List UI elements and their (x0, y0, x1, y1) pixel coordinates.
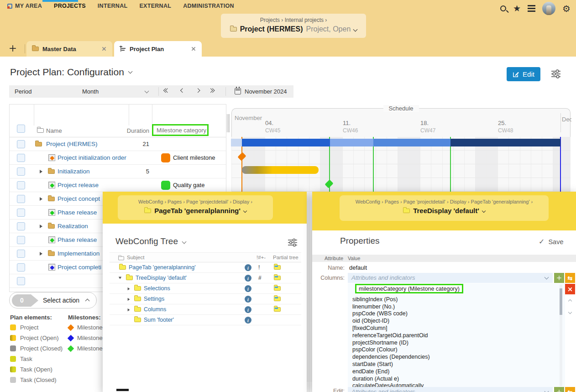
nav-my-area[interactable]: MY AREA (7, 3, 42, 9)
partial-tree-icon[interactable] (274, 297, 281, 301)
row-checkbox[interactable] (17, 222, 25, 230)
partial-tree-icon[interactable] (274, 276, 281, 280)
save-button[interactable]: ✓ Save (539, 237, 563, 246)
pane-splitter-handle[interactable] (227, 114, 230, 132)
partial-tree-column-header[interactable]: Partial tree (273, 255, 298, 260)
attribute-option[interactable]: [fixedColumn] (348, 325, 565, 332)
partial-tree-icon[interactable] (274, 307, 281, 312)
tree-settings-sliders-icon[interactable] (288, 238, 298, 248)
scrollbar-thumb[interactable] (560, 288, 562, 315)
menu-icon[interactable] (528, 8, 535, 9)
expand-caret-icon[interactable] (40, 225, 42, 228)
next-period-button[interactable] (196, 88, 199, 92)
row-name-link[interactable]: Project release (58, 182, 99, 188)
name-field-value[interactable]: default (349, 264, 367, 271)
close-tab-icon[interactable] (102, 47, 106, 51)
row-checkbox[interactable] (17, 154, 25, 162)
duration-column-header[interactable]: Duration (119, 127, 149, 134)
attribute-option[interactable]: dependencies (Dependencies) (348, 354, 565, 361)
tree-row-columns[interactable]: Columns (110, 304, 301, 315)
partial-tree-icon[interactable] (274, 286, 281, 291)
attribute-option[interactable]: referenceTargetOid.parentOid (348, 332, 565, 340)
attribute-option[interactable]: siblingIndex (Pos) (348, 296, 565, 303)
horizontal-scrollbar[interactable] (116, 389, 129, 391)
selected-attribute-option-highlighted[interactable]: milestoneCategory (Milestone category) (355, 284, 463, 293)
expand-caret-icon[interactable] (128, 287, 130, 290)
row-checkbox[interactable] (17, 195, 25, 203)
chevron-down-icon[interactable] (128, 69, 132, 74)
expand-caret-icon[interactable] (128, 308, 130, 311)
row-name-link[interactable]: Implementation (58, 250, 99, 257)
subject-folder-icon[interactable] (118, 256, 124, 261)
table-row-initialization[interactable]: Initialization 5 (10, 165, 226, 178)
row-checkbox[interactable] (17, 181, 25, 189)
edit-button[interactable]: Edit (507, 67, 540, 81)
move-up-button[interactable] (565, 297, 575, 306)
table-row-project-hermes[interactable]: Project (HERMES) 21 (10, 137, 226, 151)
name-column-header[interactable]: Name (46, 127, 62, 134)
row-checkbox[interactable] (17, 277, 25, 285)
chevron-down-icon[interactable] (353, 27, 358, 31)
tree-node-link[interactable]: Columns (144, 306, 166, 313)
gantt-bar-initialization[interactable] (242, 166, 319, 174)
user-avatar[interactable] (542, 2, 555, 15)
add-tab-button[interactable] (10, 45, 16, 52)
period-date[interactable]: November 2024 (245, 88, 287, 95)
tree-node-link[interactable]: TreeDisplay 'default' (136, 275, 187, 281)
row-name-link[interactable]: Phase release (58, 236, 97, 243)
search-icon[interactable] (500, 5, 506, 11)
row-checkbox[interactable] (17, 140, 25, 148)
last-period-button[interactable] (209, 88, 214, 92)
tab-master-data[interactable]: Master Data (26, 41, 112, 57)
tree-row-settings[interactable]: Settings (110, 294, 301, 304)
chevron-up-icon[interactable] (85, 299, 90, 303)
row-name-link[interactable]: Phase release (58, 209, 97, 216)
calendar-icon[interactable] (235, 88, 241, 94)
first-period-button[interactable] (164, 88, 169, 92)
webconfig-tree-title[interactable]: WebConfig Tree (115, 236, 186, 246)
move-column-button[interactable]: ⇆ (565, 273, 575, 283)
attribute-option[interactable]: linenumber (No.) (348, 303, 565, 311)
attribute-option[interactable]: startDate (Start) (348, 361, 565, 368)
partial-tree-icon[interactable] (274, 265, 281, 270)
move-down-button[interactable] (565, 308, 575, 317)
favorites-star-icon[interactable]: ★ (513, 4, 521, 13)
expand-caret-icon[interactable] (40, 197, 42, 201)
attribute-option[interactable]: projectShortname (ID) (348, 340, 565, 347)
period-value-select[interactable]: Month (82, 88, 99, 95)
settings-gear-icon[interactable]: ⚙ (562, 4, 571, 13)
row-name-link[interactable]: Initialization (58, 168, 90, 175)
tree-row-treedisplay[interactable]: TreeDisplay 'default' # (110, 273, 301, 283)
chevron-down-icon[interactable] (182, 239, 187, 244)
edit-attribute-combobox[interactable]: Attributes and indicators (348, 387, 553, 392)
nav-projects[interactable]: PROJECTS (54, 3, 86, 9)
tab-project-plan[interactable]: Project Plan (114, 41, 202, 57)
info-icon[interactable] (245, 317, 251, 324)
move-edit-column-button[interactable]: ⇆ (565, 387, 575, 392)
tree-node-link[interactable]: PageTab 'generalplanning' (129, 264, 196, 271)
milestone-category-column-header[interactable]: Milestone category (157, 127, 206, 134)
expand-caret-icon[interactable] (40, 170, 42, 173)
previous-period-button[interactable] (181, 88, 184, 92)
tree-row-selections[interactable]: Selections (110, 283, 301, 294)
row-name-link[interactable]: Project concept (58, 195, 100, 202)
row-checkbox[interactable] (17, 250, 25, 258)
close-tab-icon[interactable] (191, 47, 196, 51)
attribute-option[interactable]: pspCode (WBS code) (348, 310, 565, 318)
view-settings-sliders-icon[interactable] (550, 69, 561, 80)
dialog-breadcrumb-pill[interactable]: WebConfig › Pages › Page 'projectdetail'… (340, 195, 549, 221)
attribute-option[interactable]: duration (Actual e) (348, 376, 565, 383)
nav-internal[interactable]: INTERNAL (98, 3, 128, 9)
chevron-down-icon[interactable] (145, 89, 149, 94)
row-name-link[interactable]: Project initialization order (58, 154, 126, 161)
expand-all-folder-icon[interactable] (37, 128, 44, 133)
attribute-option[interactable]: pspColor (Colour) (348, 346, 565, 354)
attribute-options-list[interactable]: milestoneCategory (Milestone category) s… (348, 283, 565, 387)
row-name-link[interactable]: Project completi (58, 264, 101, 271)
dialog-breadcrumb-pill[interactable]: WebConfig › Pages › Page 'projectdetail'… (118, 195, 273, 220)
info-icon[interactable] (245, 306, 251, 313)
info-icon[interactable] (245, 285, 251, 292)
row-name-link[interactable]: Project (HERMES) (46, 141, 98, 147)
tree-row-pagetab[interactable]: PageTab 'generalplanning' ! (110, 262, 301, 273)
info-icon[interactable] (245, 296, 251, 303)
